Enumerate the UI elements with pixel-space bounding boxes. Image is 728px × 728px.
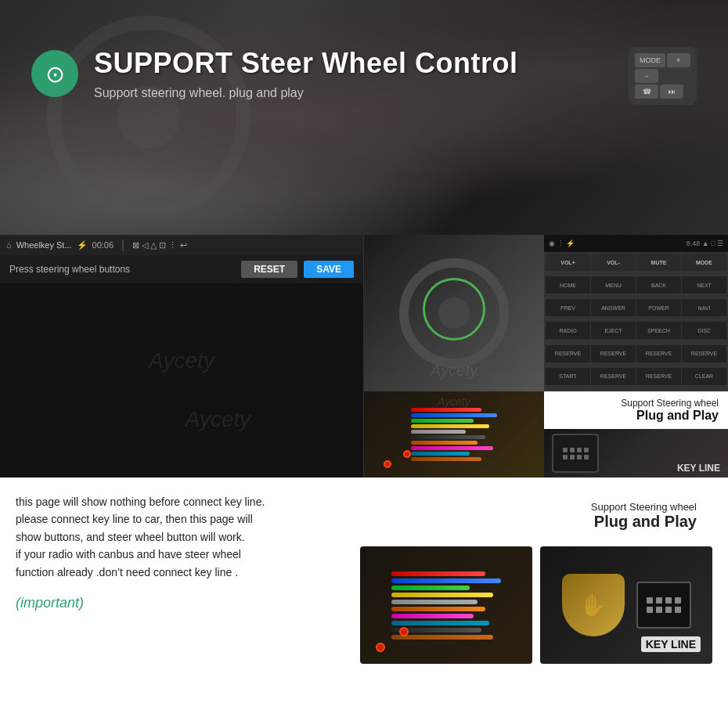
grid-cell-start: START	[546, 368, 590, 385]
wire-watermark: Aycety	[438, 395, 470, 408]
toolbar-label: Press steering wheel buttons	[9, 264, 130, 275]
plus-button: +	[667, 53, 690, 67]
connector-bot-row	[647, 607, 681, 613]
steering-icon-circle: ⊙	[31, 50, 78, 97]
mode-button: MODE	[635, 53, 665, 67]
home-icon: ⌂	[6, 240, 12, 250]
support-text-area: Support Steering wheel Plug and Play	[544, 391, 728, 429]
bottom-section: this page will show nothing before conne…	[0, 478, 728, 728]
pin-3	[577, 448, 582, 452]
wire-red-dot-2	[399, 627, 409, 636]
banner-content: ⊙ SUPPORT Steer Wheel Control Support st…	[31, 47, 518, 100]
save-button[interactable]: SAVE	[304, 261, 354, 278]
grid-cell-reserve5: RESERVE	[591, 368, 636, 385]
pin-8	[584, 455, 589, 460]
top-banner: MODE + − ☎ ⏭ ⊙ SUPPORT Steer Wheel Contr…	[0, 0, 728, 235]
important-label: (important)	[16, 595, 360, 611]
wire-red-dot-1	[376, 643, 385, 652]
grid-cell-mute: MUTE	[636, 254, 681, 271]
key-line-tag: KEY LINE	[641, 636, 701, 652]
cp1	[647, 597, 653, 604]
plug-photo: KEY LINE	[544, 429, 728, 478]
desc-line-2: please connect key line to car, then thi…	[16, 513, 253, 525]
cp5	[647, 607, 653, 613]
grid-cell-answer: ANSWER	[591, 299, 636, 316]
pin-6	[570, 455, 575, 460]
green-highlight-circle	[423, 278, 485, 341]
phone-toolbar: Press steering wheel buttons RESET SAVE	[0, 255, 363, 283]
phone-main-area: Aycety Aycety	[0, 283, 363, 478]
connector-top-row	[647, 597, 681, 604]
plug-play-text: Plug and Play	[591, 513, 697, 531]
bottom-right: Support Steering wheel Plug and Play	[360, 493, 712, 712]
bottom-wire-image	[360, 546, 532, 664]
cp3	[665, 597, 672, 604]
bottom-images: ✋	[360, 546, 712, 664]
key-line-label: KEY LINE	[677, 463, 720, 474]
hand-icon: ✋	[579, 593, 607, 618]
right-top: Aycety ◉ ⋮ ⚡ 8:48 ▲ □ ☰ VOL+ VOL- MUTE M…	[364, 235, 728, 391]
photo-watermark: Aycety	[431, 362, 478, 380]
red-dot-1	[384, 460, 391, 468]
support-sw-label: Support Steering wheel	[553, 398, 719, 409]
grid-cell-next: NEXT	[682, 276, 726, 294]
media-button: ⏭	[660, 85, 683, 99]
right-section: Aycety ◉ ⋮ ⚡ 8:48 ▲ □ ☰ VOL+ VOL- MUTE M…	[364, 235, 728, 478]
pin-5	[563, 455, 568, 460]
bottom-left: this page will show nothing before conne…	[16, 493, 360, 712]
plug-info-area: Support Steering wheel Plug and Play	[544, 391, 728, 478]
bluetooth-icon: ⚡	[77, 240, 88, 250]
middle-section: ⌂ Wheelkey St... ⚡ 00:06 | ⊠ ◁ △ ⊡ ⋮ ↩ P…	[0, 235, 728, 478]
grid-cell-radio: RADIO	[546, 322, 590, 339]
grid-cell-reserve1: RESERVE	[546, 345, 590, 362]
connector-row-1	[563, 448, 589, 452]
grid-cell-mode: MODE	[682, 254, 726, 271]
pin-7	[577, 455, 582, 460]
plug-connector	[552, 434, 599, 473]
wires-display	[380, 560, 513, 651]
grid-status-icons: ◉ ⋮ ⚡	[549, 240, 575, 247]
grid-cell-back: BACK	[636, 276, 681, 294]
grid-cell-prev: PREV	[546, 299, 590, 316]
steering-wheel-icon: ⊙	[45, 60, 65, 88]
grid-cell-eject: EJECT	[591, 322, 636, 339]
desc-line-1: this page will show nothing before conne…	[16, 496, 265, 508]
description-text: this page will show nothing before conne…	[16, 493, 360, 581]
grid-cell-reserve4: RESERVE	[682, 345, 726, 362]
grid-cell-speech: SPEECH	[636, 322, 681, 339]
desc-line-5: function already .don’t need connect key…	[16, 566, 238, 578]
grid-cell-vol-minus: VOL-	[591, 254, 636, 271]
desc-line-4: if your radio with canbus and have steer…	[16, 548, 241, 560]
grid-status-bar: ◉ ⋮ ⚡ 8:48 ▲ □ ☰	[544, 235, 728, 252]
desc-line-3: show buttons, and steer wheel button wil…	[16, 531, 245, 543]
support-sw-text: Support Steering wheel	[591, 501, 697, 513]
reset-button[interactable]: RESET	[241, 261, 297, 278]
grid-cell-reserve2: RESERVE	[591, 345, 636, 362]
grid-cell-clear: CLEAR	[682, 368, 726, 385]
grid-cell-home: HOME	[546, 276, 590, 294]
grid-status-time: 8:48 ▲ □ ☰	[687, 240, 723, 247]
left-phone-mockup: ⌂ Wheelkey St... ⚡ 00:06 | ⊠ ◁ △ ⊡ ⋮ ↩ P…	[0, 235, 364, 478]
support-info-box: Support Steering wheel Plug and Play	[575, 493, 712, 539]
pin-1	[563, 448, 568, 452]
bottom-plug-image: ✋	[540, 546, 712, 664]
grid-cell-power: POWER	[636, 299, 681, 316]
right-bottom: Aycety Support Steering wheel Plug and P…	[364, 391, 728, 478]
cp6	[656, 607, 662, 613]
wire-photo: Aycety	[364, 391, 544, 478]
plug-display: ✋	[550, 562, 703, 648]
grid-cell-reserve3: RESERVE	[636, 345, 681, 362]
cp2	[656, 597, 662, 604]
steering-wheel-decoration	[47, 16, 250, 219]
pin-2	[570, 448, 575, 452]
banner-title: SUPPORT Steer Wheel Control	[94, 47, 518, 80]
minus-button: −	[635, 69, 658, 83]
steering-buttons-area: MODE + − ☎ ⏭	[629, 47, 697, 105]
hand-visual: ✋	[562, 574, 625, 636]
grid-cell-disc: DISC	[682, 322, 726, 339]
cp8	[675, 607, 681, 613]
phone-status-bar: ⌂ Wheelkey St... ⚡ 00:06 | ⊠ ◁ △ ⊡ ⋮ ↩	[0, 235, 363, 255]
status-icons: ⊠ ◁ △ ⊡ ⋮ ↩	[132, 240, 186, 250]
steering-photo: Aycety	[364, 235, 544, 391]
pin-4	[584, 448, 589, 452]
